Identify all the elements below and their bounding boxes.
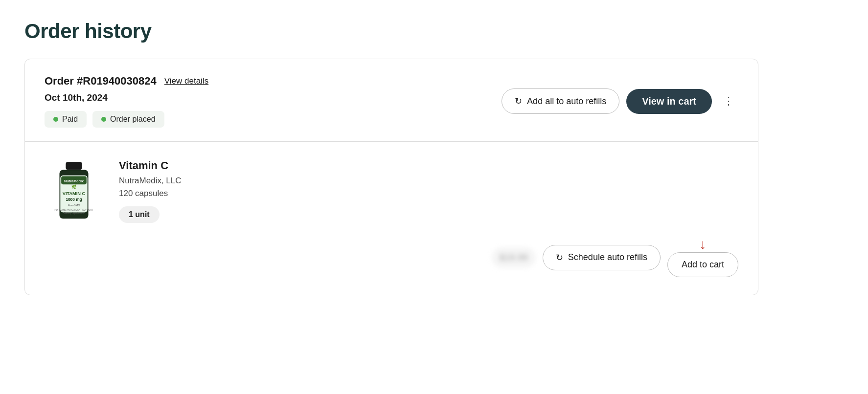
order-placed-dot [101,117,106,122]
more-options-button[interactable]: ⋮ [719,91,738,111]
paid-dot [53,117,58,122]
add-all-auto-refills-button[interactable]: ↻ Add all to auto refills [502,88,619,114]
svg-text:Non-GMO: Non-GMO [68,204,80,207]
arrow-down-icon: ↓ [699,238,706,251]
schedule-refresh-icon: ↻ [556,252,563,263]
product-image-svg: NutraMedix 🌿 VITAMIN C 1000 mg Non-GMO P… [49,162,98,220]
schedule-auto-refills-button[interactable]: ↻ Schedule auto refills [543,245,661,270]
product-actions: $19.99 ↻ Schedule auto refills ↓ Add to … [119,238,738,277]
order-header-right: ↻ Add all to auto refills View in cart ⋮ [502,88,738,114]
order-date: Oct 10th, 2024 [45,92,208,103]
badge-paid: Paid [45,111,87,128]
schedule-auto-refills-label: Schedule auto refills [568,252,647,263]
svg-text:Dietary Supplement: Dietary Supplement [64,212,84,215]
refresh-icon: ↻ [515,96,522,107]
product-price: $19.99 [492,247,536,268]
view-in-cart-button[interactable]: View in cart [626,89,712,114]
badge-order-placed: Order placed [92,111,164,128]
product-unit-badge: 1 unit [119,206,160,223]
svg-text:🌿: 🌿 [71,184,77,190]
svg-text:PURE AND ANTIOXIDANT SUPPORT: PURE AND ANTIOXIDANT SUPPORT [55,209,93,211]
product-row: NutraMedix 🌿 VITAMIN C 1000 mg Non-GMO P… [25,142,758,295]
product-capsules: 120 capsules [119,189,738,198]
product-info: Vitamin C NutraMedix, LLC 120 capsules 1… [119,159,738,223]
product-image: NutraMedix 🌿 VITAMIN C 1000 mg Non-GMO P… [45,159,103,223]
view-details-link[interactable]: View details [164,76,208,86]
svg-rect-0 [66,162,82,170]
svg-text:1000 mg: 1000 mg [66,197,82,202]
product-info-wrapper: Vitamin C NutraMedix, LLC 120 capsules 1… [119,159,738,277]
order-badges: Paid Order placed [45,111,208,128]
svg-text:NutraMedix: NutraMedix [64,179,84,183]
product-name: Vitamin C [119,159,738,172]
order-header: Order #R01940030824 View details Oct 10t… [25,59,758,142]
add-all-auto-refills-label: Add all to auto refills [527,96,606,107]
badge-paid-label: Paid [62,115,78,124]
order-card: Order #R01940030824 View details Oct 10t… [24,59,758,295]
order-number: Order #R01940030824 [45,75,157,88]
order-number-row: Order #R01940030824 View details [45,75,208,88]
svg-text:VITAMIN C: VITAMIN C [63,191,86,196]
page-title: Order history [24,20,844,43]
add-to-cart-wrapper: ↓ Add to cart [667,238,738,277]
add-to-cart-button[interactable]: Add to cart [667,252,738,277]
order-header-left: Order #R01940030824 View details Oct 10t… [45,75,208,128]
product-brand: NutraMedix, LLC [119,176,738,186]
badge-order-placed-label: Order placed [110,115,156,124]
